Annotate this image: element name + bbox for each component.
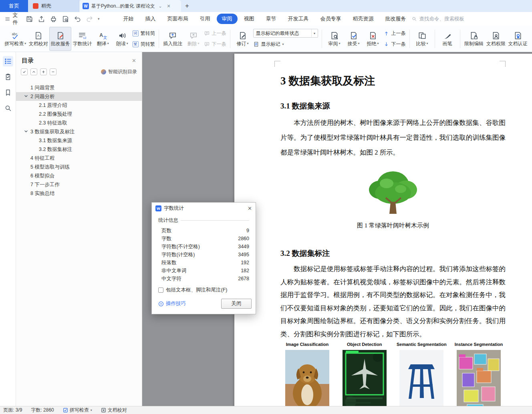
tab-close-icon[interactable]: ✕ <box>166 4 172 9</box>
tips-link[interactable]: 操作技巧 <box>158 300 186 307</box>
dialog-close-icon[interactable]: ✕ <box>248 205 252 211</box>
document-tab[interactable]: W 基于Python...的量化 课程论文 ⌄ ✕ <box>79 0 181 12</box>
tree-figure[interactable] <box>280 166 506 217</box>
toc-item[interactable]: 7 下一步工作 <box>16 180 142 189</box>
show-markup-button[interactable]: 显示标记 ▾ <box>253 40 318 48</box>
figure-object-detection[interactable]: Object Detection <box>338 342 391 406</box>
previous-change-button[interactable]: 上一条 <box>383 29 406 38</box>
print-icon[interactable] <box>50 15 57 23</box>
track-changes-button[interactable]: 修订▾ <box>233 27 252 51</box>
save-icon[interactable] <box>26 15 33 23</box>
read-aloud-button[interactable]: 朗读▾ <box>113 27 132 51</box>
toc-item[interactable]: 1 问题背景 <box>16 83 142 92</box>
insert-comment-button[interactable]: 插入批注 <box>162 27 184 51</box>
doc-heading-1[interactable]: 3 数据集获取及标注 <box>280 74 506 88</box>
status-word-count[interactable]: 字数: 2860 <box>31 407 54 414</box>
menu-section[interactable]: 章节 <box>261 14 282 24</box>
status-spell-check-button[interactable]: 拼写检查 ▾ <box>63 407 92 414</box>
export-icon[interactable] <box>38 15 45 23</box>
chevron-down-icon[interactable] <box>24 129 28 133</box>
toc-item[interactable]: 2.1 原理介绍 <box>16 101 142 110</box>
traditional-to-simplified-button[interactable]: 词 繁转简 <box>133 29 155 38</box>
command-search[interactable]: 查找命令、搜索模板 <box>411 16 465 22</box>
menu-insert[interactable]: 插入 <box>140 14 161 24</box>
next-change-button[interactable]: 下一条 <box>383 40 406 48</box>
checkbox-icon[interactable] <box>158 287 163 293</box>
toc-item[interactable]: 2.3 特征选取 <box>16 119 142 127</box>
review-button[interactable]: 审阅▾ <box>325 27 344 51</box>
document-proofread-button[interactable]: A 文档校对 <box>27 27 49 51</box>
accept-change-button[interactable]: 接受▾ <box>344 27 363 51</box>
tab-menu-chevron-icon[interactable]: ⌄ <box>157 4 163 9</box>
chevron-down-icon[interactable] <box>24 94 28 98</box>
smart-toc-button[interactable]: 智能识别目录 <box>101 68 137 75</box>
toc-collapse-icon[interactable] <box>30 68 37 75</box>
toc-item[interactable]: 3 数据集获取及标注 <box>16 127 142 136</box>
reject-change-button[interactable]: 拒绝▾ <box>363 27 383 51</box>
file-menu-button[interactable]: 文件 <box>5 12 20 26</box>
menu-review[interactable]: 审阅 <box>217 14 238 24</box>
toc-item[interactable]: 5 模型选取与训练 <box>16 163 142 171</box>
close-button[interactable]: 关闭 <box>221 299 252 309</box>
grading-service-button[interactable]: 批改服务 <box>49 27 71 51</box>
bookmark-panel-icon[interactable] <box>3 87 13 98</box>
quick-toolbar-chevron-icon[interactable]: ▾ <box>98 17 100 21</box>
undo-icon[interactable] <box>74 15 81 23</box>
menu-view[interactable]: 视图 <box>239 14 260 24</box>
toc-collapse-all-icon[interactable] <box>50 68 56 75</box>
document-page[interactable]: 3 数据集获取及标注 3.1 数据集来源 本方法所使用的树木、树叶图像来源于网络… <box>234 54 532 406</box>
toc-item[interactable]: 3.2 数据集标注 <box>16 145 142 154</box>
toc-item[interactable]: 8 实验总结 <box>16 189 142 198</box>
ink-brush-button[interactable]: 画笔 <box>438 27 457 51</box>
doc-heading-2-2[interactable]: 3.2 数据集标注 <box>280 248 506 259</box>
figure-image-classification[interactable]: Image Classification <box>280 342 334 406</box>
redo-icon <box>86 15 93 23</box>
figure-semantic-segmentation[interactable]: Semantic Segmentation <box>395 342 448 406</box>
new-tab-button[interactable]: + <box>181 0 193 12</box>
markup-state-select[interactable]: 显示标记的最终状态 ▾ <box>253 29 318 38</box>
menu-correction-service[interactable]: 批改服务 <box>380 14 411 24</box>
file-menu-label: 文件 <box>13 12 20 26</box>
find-panel-icon[interactable] <box>3 103 13 113</box>
word-count-button[interactable]: 123 字数统计 <box>71 27 93 51</box>
toc-item[interactable]: 3.1 数据集来源 <box>16 136 142 145</box>
outline-panel-icon[interactable] <box>3 56 13 66</box>
compare-icon <box>418 31 427 40</box>
menu-page-layout[interactable]: 页面布局 <box>162 14 193 24</box>
docer-tab[interactable]: 稻壳 <box>28 0 79 12</box>
restrict-editing-button[interactable]: 限制编辑 <box>463 27 485 51</box>
stat-label: 字符数(不计空格) <box>161 243 200 250</box>
toc-close-icon[interactable]: ✕ <box>132 58 136 64</box>
doc-heading-2-1[interactable]: 3.1 数据集来源 <box>280 101 506 111</box>
doc-paragraph-2[interactable]: 数据标记是使用标签或标签手动注释内容的过程。我们将添加这些标签的人称为贴标签者。… <box>280 263 506 341</box>
ink-brush-icon <box>443 31 452 40</box>
stat-row-chars-with-space: 字符数(计空格) 3495 <box>158 251 249 259</box>
toc-item-selected[interactable]: 2 问题分析 <box>16 92 142 101</box>
menu-docer-resource[interactable]: 稻壳资源 <box>348 14 379 24</box>
include-textbox-checkbox[interactable]: 包括文本框、脚注和尾注(F) <box>158 287 249 293</box>
toc-item[interactable]: 2.2 图像预处理 <box>16 110 142 119</box>
translate-button[interactable]: A文 翻译▾ <box>93 27 113 51</box>
compare-button[interactable]: 比较▾ <box>413 27 432 51</box>
toc-check-icon[interactable] <box>21 68 28 75</box>
doc-paragraph-1[interactable]: 本方法所使用的树木、树叶图像来源于网络上公开的图像数据集、谷歌图片等。为了使模型… <box>280 115 506 160</box>
status-proofread-button[interactable]: 文档校对 <box>101 407 127 414</box>
menu-reference[interactable]: 引用 <box>195 14 216 24</box>
menu-member[interactable]: 会员专享 <box>315 14 347 24</box>
document-permission-button[interactable]: 文档权限 <box>485 27 507 51</box>
document-certify-button[interactable]: 文档认证 <box>507 27 529 51</box>
figure-1-caption[interactable]: 图 1 常绿落叶阔叶树木示例 <box>280 222 506 229</box>
menu-start[interactable]: 开始 <box>118 14 139 24</box>
home-tab[interactable]: 首页 <box>0 0 28 12</box>
toc-expand-all-icon[interactable] <box>40 68 47 75</box>
toc-item[interactable]: 6 模型拟合 <box>16 171 142 180</box>
toc-item[interactable]: 4 特征工程 <box>16 154 142 163</box>
figure-instance-segmentation[interactable]: Instance Segmentation <box>452 342 506 406</box>
next-change-icon <box>383 41 389 47</box>
print-preview-icon[interactable] <box>62 15 69 23</box>
menu-dev-tools[interactable]: 开发工具 <box>283 14 314 24</box>
word-count-dialog-titlebar[interactable]: W 字数统计 ✕ <box>152 203 256 214</box>
proofread-panel-icon[interactable] <box>3 72 13 82</box>
simplified-to-traditional-button[interactable]: 繁 简转繁 <box>133 40 155 48</box>
spell-check-button[interactable]: abc 拼写检查▾ <box>3 27 27 51</box>
